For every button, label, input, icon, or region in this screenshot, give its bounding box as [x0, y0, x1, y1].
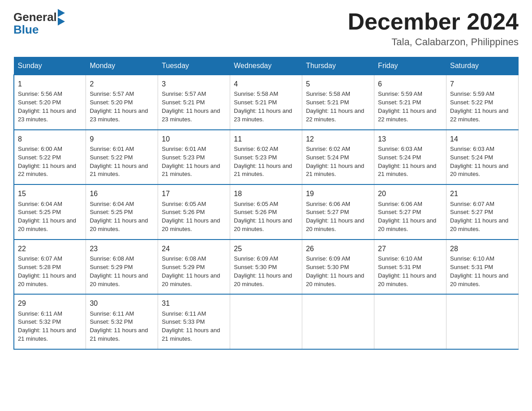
day-number: 29 — [18, 298, 82, 308]
calendar-cell: 28Sunrise: 6:10 AMSunset: 5:31 PMDayligh… — [446, 240, 519, 295]
day-number: 6 — [378, 79, 442, 89]
calendar-cell: 4Sunrise: 5:58 AMSunset: 5:21 PMDaylight… — [230, 75, 302, 130]
day-number: 3 — [162, 79, 226, 89]
day-number: 16 — [90, 188, 154, 199]
header-wednesday: Wednesday — [230, 57, 302, 75]
calendar-cell: 11Sunrise: 6:02 AMSunset: 5:23 PMDayligh… — [230, 130, 302, 185]
day-number: 20 — [378, 188, 442, 199]
location-title: Tala, Calabarzon, Philippines — [348, 36, 519, 48]
calendar-cell: 20Sunrise: 6:06 AMSunset: 5:27 PMDayligh… — [374, 184, 446, 240]
day-number: 5 — [306, 79, 370, 89]
calendar-cell: 29Sunrise: 6:11 AMSunset: 5:32 PMDayligh… — [14, 294, 86, 349]
day-number: 18 — [234, 188, 298, 199]
calendar-cell — [302, 294, 374, 349]
day-number: 2 — [90, 79, 154, 89]
header-row: Sunday Monday Tuesday Wednesday Thursday… — [14, 57, 519, 75]
calendar-cell: 1Sunrise: 5:56 AMSunset: 5:20 PMDaylight… — [14, 75, 86, 130]
calendar-week-5: 29Sunrise: 6:11 AMSunset: 5:32 PMDayligh… — [14, 294, 519, 349]
header-sunday: Sunday — [14, 57, 86, 75]
day-number: 12 — [306, 134, 370, 144]
header-monday: Monday — [86, 57, 158, 75]
header-friday: Friday — [374, 57, 446, 75]
day-number: 11 — [234, 134, 298, 144]
calendar-cell: 3Sunrise: 5:57 AMSunset: 5:21 PMDaylight… — [158, 75, 230, 130]
day-number: 4 — [234, 79, 298, 89]
calendar-week-1: 1Sunrise: 5:56 AMSunset: 5:20 PMDaylight… — [14, 75, 519, 130]
calendar-cell: 16Sunrise: 6:04 AMSunset: 5:25 PMDayligh… — [86, 184, 158, 240]
day-number: 31 — [162, 298, 226, 308]
calendar-cell: 15Sunrise: 6:04 AMSunset: 5:25 PMDayligh… — [14, 184, 86, 240]
header-tuesday: Tuesday — [158, 57, 230, 75]
calendar-cell — [374, 294, 446, 349]
calendar-cell: 31Sunrise: 6:11 AMSunset: 5:33 PMDayligh… — [158, 294, 230, 349]
day-number: 22 — [18, 244, 82, 254]
calendar-cell: 25Sunrise: 6:09 AMSunset: 5:30 PMDayligh… — [230, 240, 302, 295]
logo-general-text: General — [13, 10, 57, 24]
calendar-cell: 26Sunrise: 6:09 AMSunset: 5:30 PMDayligh… — [302, 240, 374, 295]
logo: General Blue — [13, 9, 65, 37]
calendar-cell: 12Sunrise: 6:02 AMSunset: 5:24 PMDayligh… — [302, 130, 374, 185]
day-number: 26 — [306, 244, 370, 254]
logo-blue-text: Blue — [13, 23, 39, 37]
calendar-cell: 14Sunrise: 6:03 AMSunset: 5:24 PMDayligh… — [446, 130, 519, 185]
calendar-week-3: 15Sunrise: 6:04 AMSunset: 5:25 PMDayligh… — [14, 184, 519, 240]
calendar-cell: 7Sunrise: 5:59 AMSunset: 5:22 PMDaylight… — [446, 75, 519, 130]
day-number: 21 — [450, 188, 515, 199]
day-number: 8 — [18, 134, 82, 144]
calendar-cell: 6Sunrise: 5:59 AMSunset: 5:21 PMDaylight… — [374, 75, 446, 130]
day-number: 23 — [90, 244, 154, 254]
calendar-cell: 8Sunrise: 6:00 AMSunset: 5:22 PMDaylight… — [14, 130, 86, 185]
day-number: 7 — [450, 79, 515, 89]
day-number: 25 — [234, 244, 298, 254]
day-number: 17 — [162, 188, 226, 199]
calendar-week-2: 8Sunrise: 6:00 AMSunset: 5:22 PMDaylight… — [14, 130, 519, 185]
calendar-cell: 24Sunrise: 6:08 AMSunset: 5:29 PMDayligh… — [158, 240, 230, 295]
month-title: December 2024 — [348, 9, 519, 34]
calendar-cell: 22Sunrise: 6:07 AMSunset: 5:28 PMDayligh… — [14, 240, 86, 295]
calendar-cell: 30Sunrise: 6:11 AMSunset: 5:32 PMDayligh… — [86, 294, 158, 349]
day-number: 15 — [18, 188, 82, 199]
calendar-cell: 21Sunrise: 6:07 AMSunset: 5:27 PMDayligh… — [446, 184, 519, 240]
calendar-cell: 17Sunrise: 6:05 AMSunset: 5:26 PMDayligh… — [158, 184, 230, 240]
calendar-week-4: 22Sunrise: 6:07 AMSunset: 5:28 PMDayligh… — [14, 240, 519, 295]
calendar-cell: 18Sunrise: 6:05 AMSunset: 5:26 PMDayligh… — [230, 184, 302, 240]
calendar-cell: 23Sunrise: 6:08 AMSunset: 5:29 PMDayligh… — [86, 240, 158, 295]
calendar-cell: 2Sunrise: 5:57 AMSunset: 5:20 PMDaylight… — [86, 75, 158, 130]
calendar-cell: 19Sunrise: 6:06 AMSunset: 5:27 PMDayligh… — [302, 184, 374, 240]
day-number: 9 — [90, 134, 154, 144]
day-number: 24 — [162, 244, 226, 254]
day-number: 13 — [378, 134, 442, 144]
day-number: 14 — [450, 134, 515, 144]
calendar-cell — [230, 294, 302, 349]
day-number: 19 — [306, 188, 370, 199]
day-number: 1 — [18, 79, 82, 89]
calendar-cell: 13Sunrise: 6:03 AMSunset: 5:24 PMDayligh… — [374, 130, 446, 185]
day-number: 28 — [450, 244, 515, 254]
calendar-cell — [446, 294, 519, 349]
header-thursday: Thursday — [302, 57, 374, 75]
calendar-cell: 27Sunrise: 6:10 AMSunset: 5:31 PMDayligh… — [374, 240, 446, 295]
header-saturday: Saturday — [446, 57, 519, 75]
calendar-table: Sunday Monday Tuesday Wednesday Thursday… — [13, 57, 519, 350]
day-number: 10 — [162, 134, 226, 144]
page-header: General Blue December 2024 Tala, Calabar… — [13, 9, 519, 48]
calendar-cell: 5Sunrise: 5:58 AMSunset: 5:21 PMDaylight… — [302, 75, 374, 130]
day-number: 30 — [90, 298, 154, 308]
calendar-cell: 9Sunrise: 6:01 AMSunset: 5:22 PMDaylight… — [86, 130, 158, 185]
calendar-cell: 10Sunrise: 6:01 AMSunset: 5:23 PMDayligh… — [158, 130, 230, 185]
title-section: December 2024 Tala, Calabarzon, Philippi… — [348, 9, 519, 48]
day-number: 27 — [378, 244, 442, 254]
